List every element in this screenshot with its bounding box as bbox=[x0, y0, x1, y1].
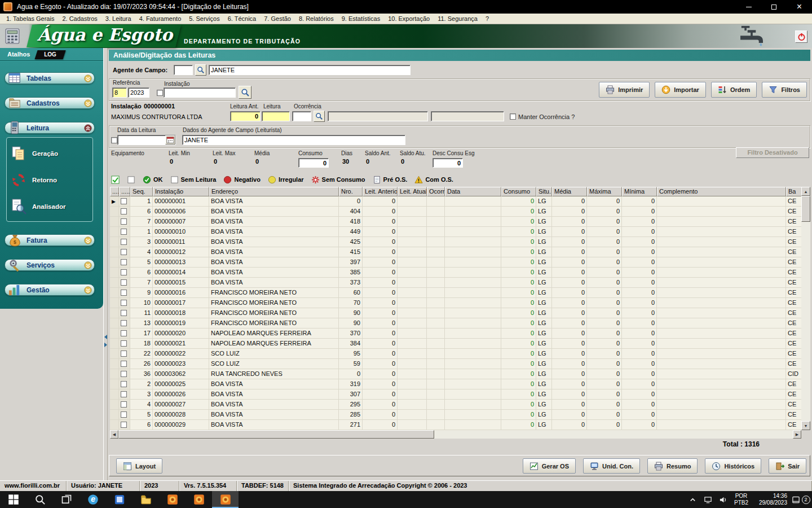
table-row[interactable]: 7000000007BOA VISTA41800LG000CE bbox=[110, 217, 801, 227]
col-header-leit-anterior[interactable]: Leit. Anterior bbox=[363, 187, 398, 196]
row-checkbox[interactable] bbox=[121, 229, 127, 235]
row-checkbox[interactable] bbox=[121, 198, 127, 204]
col-header-leit-atual[interactable]: Leit. Atual bbox=[398, 187, 427, 196]
maximize-button[interactable] bbox=[761, 0, 787, 14]
leiturista-input[interactable] bbox=[182, 135, 405, 145]
volume-button[interactable] bbox=[717, 491, 730, 508]
sidebar-item-fatura[interactable]: $Fatura bbox=[5, 234, 95, 246]
instalacao-checkbox[interactable] bbox=[157, 90, 163, 96]
menu-4-faturamento[interactable]: 4. Faturamento bbox=[135, 14, 186, 24]
row-checkbox[interactable] bbox=[121, 340, 127, 347]
col-header-situ[interactable]: Situ. bbox=[536, 187, 552, 196]
notification-button[interactable]: 2 bbox=[791, 491, 810, 508]
col-header-seq[interactable]: Seq. bbox=[130, 187, 153, 196]
table-row[interactable]: 13000000019FRANCISCO MOREIRA NETO9000LG0… bbox=[110, 318, 801, 329]
sidebar-item-tabelas[interactable]: Tabelas bbox=[5, 72, 95, 84]
row-checkbox[interactable] bbox=[121, 422, 127, 428]
legend-com-o-s[interactable]: Com O.S. bbox=[414, 176, 453, 184]
table-row[interactable]: 4000000012BOA VISTA41500LG000CE bbox=[110, 247, 801, 257]
table-row[interactable]: 5000000013BOA VISTA39700LG000CE bbox=[110, 257, 801, 268]
clock[interactable]: 14:36 29/08/2023 bbox=[752, 493, 789, 507]
col-header-media[interactable]: Média bbox=[552, 187, 587, 196]
legend-negativo[interactable]: Negativo bbox=[223, 176, 260, 184]
referencia-month-input[interactable] bbox=[112, 87, 127, 98]
menu-2-cadastros[interactable]: 2. Cadastros bbox=[58, 14, 101, 24]
sidebar-item-geracao[interactable]: Geração bbox=[10, 140, 89, 167]
legend-sem-leitura[interactable]: Sem Leitura bbox=[170, 176, 217, 184]
scroll-up-button[interactable]: ▲ bbox=[801, 187, 810, 196]
menu-6-tecnica[interactable]: 6. Técnica bbox=[224, 14, 261, 24]
row-checkbox[interactable] bbox=[121, 310, 127, 316]
imprimir-button[interactable]: Imprimir bbox=[599, 82, 650, 98]
ocorrencia-search-button[interactable] bbox=[314, 111, 325, 122]
leitura-input[interactable] bbox=[262, 111, 290, 121]
start-button[interactable] bbox=[0, 491, 27, 508]
agente-name-input[interactable] bbox=[209, 65, 411, 75]
col-header-instalacao[interactable]: Instalação bbox=[153, 187, 209, 196]
col-header-ocorr[interactable]: Ocorr bbox=[427, 187, 445, 196]
row-checkbox[interactable] bbox=[121, 279, 127, 286]
file-explorer-button[interactable] bbox=[133, 491, 159, 508]
tab-log[interactable]: LOG bbox=[34, 50, 65, 59]
sidebar-item-analisador[interactable]: Analisador bbox=[10, 193, 89, 220]
table-row[interactable]: 11000000018FRANCISCO MOREIRA NETO9000LG0… bbox=[110, 308, 801, 318]
col-header-endereco[interactable]: Endereço bbox=[209, 187, 339, 196]
instalacao-search-button[interactable] bbox=[239, 86, 251, 99]
menu-5-servicos[interactable]: 5. Serviços bbox=[185, 14, 223, 24]
vertical-scroll-thumb[interactable] bbox=[801, 196, 810, 222]
sidebar-item-servicos[interactable]: Serviços bbox=[5, 259, 95, 271]
taskbar-search-button[interactable] bbox=[27, 491, 53, 508]
row-checkbox[interactable] bbox=[121, 330, 127, 336]
unid-con-button[interactable]: Unid. Con. bbox=[583, 458, 640, 474]
legend-toggle[interactable] bbox=[111, 176, 120, 184]
ordem-button[interactable]: Ordem bbox=[711, 82, 757, 98]
browser-button[interactable]: e bbox=[80, 491, 106, 508]
agente-search-button[interactable] bbox=[195, 64, 206, 76]
horizontal-scrollbar[interactable]: ◀ ▶ bbox=[110, 430, 801, 439]
sidebar-item-retorno[interactable]: Retorno bbox=[10, 167, 89, 193]
close-button[interactable]: × bbox=[787, 0, 812, 14]
table-row[interactable]: 6000000006BOA VISTA40400LG000CE bbox=[110, 207, 801, 217]
row-checkbox[interactable] bbox=[121, 239, 127, 245]
instalacao-search-input[interactable] bbox=[164, 87, 236, 98]
table-row[interactable]: 6000000029BOA VISTA27100LG000CE bbox=[110, 420, 801, 430]
sair-button[interactable]: Sair bbox=[769, 458, 806, 474]
ocorrencia-code-input[interactable] bbox=[292, 111, 311, 121]
menu-8-relatorios[interactable]: 8. Relatórios bbox=[295, 14, 338, 24]
legend-sem-consumo[interactable]: Sem Consumo bbox=[311, 176, 365, 184]
gerar-os-button[interactable]: Gerar OS bbox=[523, 458, 576, 474]
legend-pre-o-s[interactable]: Pré O.S. bbox=[373, 176, 408, 184]
table-row[interactable]: 1000000010BOA VISTA44900LG000CE bbox=[110, 227, 801, 237]
filtro-desativado-button[interactable]: Filtro Desativado bbox=[736, 147, 809, 158]
menu-help[interactable]: ? bbox=[482, 14, 493, 24]
power-button[interactable] bbox=[795, 30, 807, 43]
col-header-consumo[interactable]: Consumo bbox=[501, 187, 536, 196]
row-checkbox[interactable] bbox=[121, 208, 127, 214]
horizontal-scroll-thumb[interactable] bbox=[118, 430, 434, 439]
menu-7-gestao[interactable]: 7. Gestão bbox=[260, 14, 295, 24]
legend-toggle[interactable] bbox=[127, 176, 135, 184]
table-row[interactable]: 6000000014BOA VISTA38500LG000CE bbox=[110, 268, 801, 278]
table-row[interactable]: 10000000017FRANCISCO MOREIRA NETO7000LG0… bbox=[110, 298, 801, 308]
filtros-button[interactable]: Filtros bbox=[762, 82, 807, 98]
agente-code-input[interactable] bbox=[174, 65, 193, 75]
table-row[interactable]: 9000000016FRANCISCO MOREIRA NETO6000LG00… bbox=[110, 288, 801, 298]
table-row[interactable]: 18000000021NAPOLEAO MARQUES FERREIRA3840… bbox=[110, 339, 801, 349]
scroll-right-button[interactable]: ▶ bbox=[793, 430, 801, 439]
language-indicator[interactable]: POR PTB2 bbox=[732, 493, 751, 507]
menu-11-seguranca[interactable]: 11. Segurança bbox=[434, 14, 482, 24]
importar-button[interactable]: Importar bbox=[655, 82, 706, 98]
row-checkbox[interactable] bbox=[121, 320, 127, 326]
legend-ok[interactable]: OK bbox=[143, 176, 163, 184]
leitura-ant-input[interactable] bbox=[230, 111, 261, 121]
row-checkbox[interactable] bbox=[121, 218, 127, 225]
fiorilli-app-button-1[interactable] bbox=[159, 491, 186, 508]
table-row[interactable]: 3000000026BOA VISTA30700LG000CE bbox=[110, 389, 801, 400]
minimize-button[interactable] bbox=[736, 0, 761, 14]
sidebar-item-gestao[interactable]: Gestão bbox=[5, 284, 95, 296]
layout-button[interactable]: Layout bbox=[116, 458, 162, 474]
col-header-minima[interactable]: Mínima bbox=[622, 187, 657, 196]
col-header-complemento[interactable]: Complemento bbox=[657, 187, 786, 196]
row-checkbox[interactable] bbox=[121, 351, 127, 357]
row-checkbox[interactable] bbox=[121, 290, 127, 296]
